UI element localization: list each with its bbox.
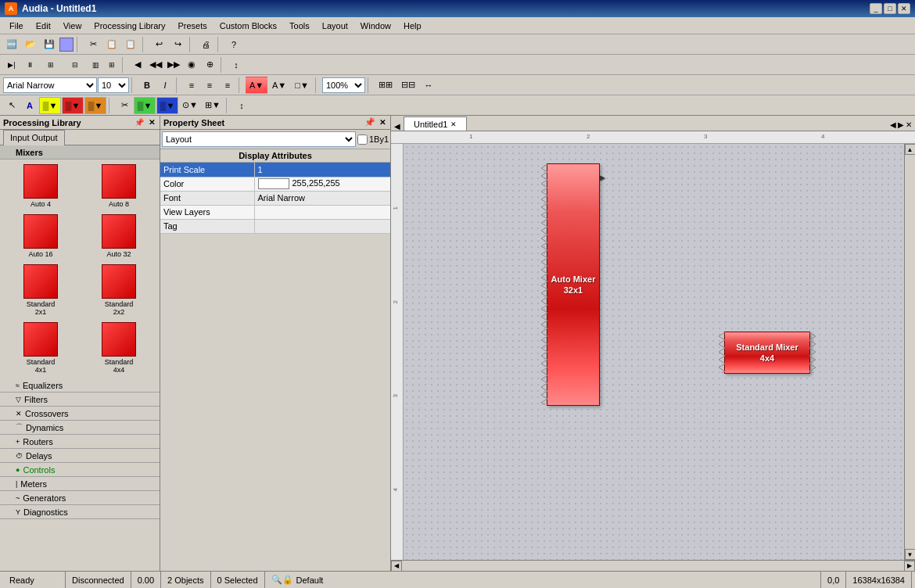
prop-row-font[interactable]: Font Arial Narrow [160, 191, 390, 205]
paste-button[interactable]: 📋 [122, 36, 139, 53]
prop-panel-pin[interactable]: 📌 [364, 117, 375, 127]
cut-button[interactable]: ✂ [84, 36, 102, 53]
prop-row-viewlayers[interactable]: View Layers [160, 205, 390, 219]
border-color-button[interactable]: □▼ [291, 77, 313, 94]
tb2-btn9[interactable]: ▶▶ [165, 56, 182, 74]
canvas-scrollbar-horizontal[interactable]: ◀ ▶ [391, 560, 915, 571]
font-color-button[interactable]: A▼ [268, 77, 290, 94]
tb2-btn12[interactable]: ↕ [228, 56, 245, 74]
draw-tool5[interactable]: ↕ [233, 97, 250, 114]
tb2-btn11[interactable]: ⊕ [201, 56, 218, 74]
tb3-extra3[interactable]: ↔ [420, 77, 437, 94]
category-filters[interactable]: ▽ Filters [0, 393, 160, 407]
menu-window[interactable]: Window [354, 20, 397, 32]
menu-file[interactable]: File [3, 20, 30, 32]
tb2-btn2[interactable]: ⏸ [21, 56, 38, 74]
menu-custom-blocks[interactable]: Custom Blocks [214, 20, 283, 32]
font-size-select[interactable]: 10 [98, 77, 129, 93]
zoom-select[interactable]: 100% [322, 77, 365, 93]
print-button[interactable]: 🖨 [197, 36, 214, 53]
category-diagnostics[interactable]: Y Diagnostics [0, 505, 160, 519]
scroll-left-button[interactable]: ◀ [391, 561, 402, 572]
bold-button[interactable]: B [138, 77, 156, 94]
maximize-button[interactable]: □ [884, 3, 896, 14]
tb3-extra1[interactable]: ⊞⊞ [375, 77, 396, 94]
color-tool2[interactable]: ▒▼ [84, 97, 106, 114]
draw-tool2[interactable]: ▒▼ [156, 97, 178, 114]
onebyone-checkbox[interactable] [357, 134, 368, 145]
align-right-button[interactable]: ≡ [219, 77, 236, 94]
menu-edit[interactable]: Edit [30, 20, 57, 32]
prop-row-tag[interactable]: Tag [160, 219, 390, 233]
italic-button[interactable]: I [156, 77, 174, 94]
color-tool1[interactable]: ▒▼ [62, 97, 84, 114]
canvas-tab-untitled1[interactable]: Untitled1 ✕ [404, 117, 467, 131]
tb2-btn7[interactable]: ◀ [129, 56, 146, 74]
category-meters[interactable]: | Meters [0, 477, 160, 491]
canvas-tab-arrow-left[interactable]: ◀ [890, 120, 896, 129]
canvas-scrollbar-vertical[interactable]: ▲ ▼ [904, 144, 915, 560]
menu-presets[interactable]: Presets [171, 20, 213, 32]
prop-row-color[interactable]: Color 255,255,255 [160, 177, 390, 191]
canvas-tab-close-icon[interactable]: ✕ [906, 120, 912, 129]
scroll-up-button[interactable]: ▲ [905, 144, 916, 155]
category-routers[interactable]: + Routers [0, 435, 160, 449]
mixer-std4x1[interactable]: Standard4x1 [3, 321, 78, 375]
new-button[interactable]: 🆕 [3, 36, 20, 53]
draw-tool1[interactable]: ▒▼ [134, 97, 156, 114]
category-equalizers[interactable]: ≈ Equalizers [0, 378, 160, 393]
menu-processing-library[interactable]: Processing Library [88, 20, 171, 32]
category-generators[interactable]: ~ Generators [0, 491, 160, 505]
canvas-block-standard-mixer[interactable]: Standard Mixer4x4 [724, 332, 810, 374]
tb3-extra2[interactable]: ⊟⊟ [397, 77, 419, 94]
mixer-auto4[interactable]: Auto 4 [3, 163, 78, 210]
canvas-nav-left[interactable]: ◀ [391, 122, 404, 131]
undo-button[interactable]: ↩ [150, 36, 167, 53]
canvas-tab-arrow-right[interactable]: ▶ [898, 120, 904, 129]
tb2-btn5[interactable]: ▥ [88, 56, 103, 74]
menu-help[interactable]: Help [397, 20, 428, 32]
menu-view[interactable]: View [57, 20, 88, 32]
fill-color-button[interactable]: A▼ [246, 77, 267, 94]
canvas-work-area[interactable]: ► Auto Mixer32x1 Standard Mixer4x4 [404, 144, 904, 560]
scroll-right-button[interactable]: ▶ [904, 561, 915, 572]
panel-close-button[interactable]: ✕ [147, 118, 156, 127]
help-button[interactable]: ? [225, 36, 242, 53]
menu-tools[interactable]: Tools [283, 20, 316, 32]
open-button[interactable]: 📂 [22, 36, 39, 53]
copy-button[interactable]: 📋 [103, 36, 120, 53]
mixer-auto8[interactable]: Auto 8 [81, 163, 156, 210]
tb2-btn8[interactable]: ◀◀ [147, 56, 164, 74]
redo-button[interactable]: ↪ [169, 36, 186, 53]
panel-pin-button[interactable]: 📌 [133, 118, 145, 127]
mixer-auto32[interactable]: Auto 32 [81, 213, 156, 260]
tb2-btn3[interactable]: ⊞ [39, 56, 63, 74]
align-left-button[interactable]: ≡ [183, 77, 200, 94]
font-family-select[interactable]: Arial Narrow [3, 77, 97, 93]
category-dynamics[interactable]: ⌒ Dynamics [0, 421, 160, 435]
mixer-std2x2[interactable]: Standard2x2 [81, 263, 156, 317]
draw-tool3[interactable]: ⊙▼ [179, 97, 201, 114]
draw-tool4[interactable]: ⊞▼ [202, 97, 224, 114]
mixer-auto16[interactable]: Auto 16 [3, 213, 78, 260]
category-delays[interactable]: ⏱ Delays [0, 449, 160, 463]
tb2-btn1[interactable]: ▶| [3, 56, 20, 74]
tab-input-output[interactable]: Input Output [3, 130, 65, 145]
scroll-down-button[interactable]: ▼ [905, 549, 916, 560]
prop-panel-close[interactable]: ✕ [378, 118, 387, 127]
mixer-std2x1[interactable]: Standard2x1 [3, 263, 78, 317]
tb2-btn6[interactable]: ⊞ [104, 56, 120, 74]
layout-select[interactable]: Layout [162, 131, 356, 147]
align-center-button[interactable]: ≡ [201, 77, 218, 94]
category-mixers[interactable]: Mixers [0, 145, 160, 160]
menu-layout[interactable]: Layout [316, 20, 354, 32]
category-controls[interactable]: ● Controls [0, 463, 160, 477]
color-button[interactable] [59, 38, 74, 52]
tb2-btn10[interactable]: ◉ [183, 56, 200, 74]
minimize-button[interactable]: _ [870, 3, 882, 14]
text-tool[interactable]: A [21, 97, 38, 114]
prop-row-printscale[interactable]: Print Scale 1 [160, 163, 390, 177]
cut-tool[interactable]: ✂ [116, 97, 133, 114]
select-tool[interactable]: ↖ [3, 97, 20, 114]
category-crossovers[interactable]: ✕ Crossovers [0, 407, 160, 421]
